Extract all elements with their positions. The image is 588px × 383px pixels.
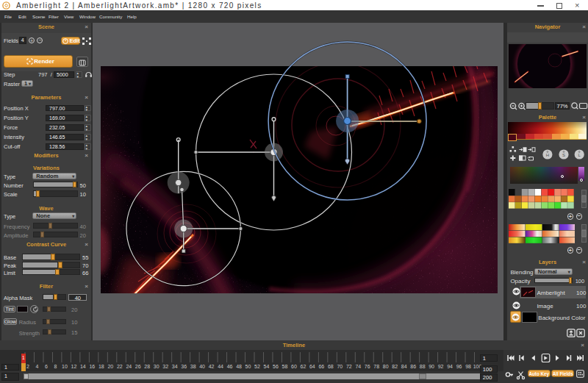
svg-text:34: 34 bbox=[172, 364, 178, 369]
svg-text:46: 46 bbox=[227, 364, 233, 369]
svg-text:98: 98 bbox=[465, 364, 471, 369]
svg-text:64: 64 bbox=[309, 364, 315, 369]
svg-text:54: 54 bbox=[264, 364, 270, 369]
svg-text:42: 42 bbox=[209, 364, 215, 369]
svg-text:76: 76 bbox=[365, 364, 370, 369]
svg-text:10: 10 bbox=[62, 364, 68, 369]
svg-text:50: 50 bbox=[245, 364, 251, 369]
svg-text:22: 22 bbox=[117, 364, 123, 369]
svg-text:86: 86 bbox=[410, 364, 416, 369]
svg-text:12: 12 bbox=[71, 364, 77, 369]
svg-text:32: 32 bbox=[162, 364, 168, 369]
svg-text:72: 72 bbox=[346, 364, 352, 369]
svg-text:20: 20 bbox=[107, 364, 113, 369]
svg-text:14: 14 bbox=[80, 364, 86, 369]
svg-text:88: 88 bbox=[420, 364, 426, 369]
svg-text:66: 66 bbox=[318, 364, 324, 369]
svg-text:4: 4 bbox=[36, 364, 39, 369]
svg-text:28: 28 bbox=[144, 364, 150, 369]
svg-text:38: 38 bbox=[190, 364, 196, 369]
svg-text:40: 40 bbox=[199, 364, 205, 369]
svg-text:H: H bbox=[546, 153, 549, 157]
svg-text:80: 80 bbox=[383, 364, 389, 369]
svg-text:48: 48 bbox=[236, 364, 242, 369]
svg-text:6: 6 bbox=[45, 364, 48, 369]
svg-text:24: 24 bbox=[126, 364, 132, 369]
svg-text:36: 36 bbox=[181, 364, 187, 369]
svg-text:16: 16 bbox=[89, 364, 95, 369]
svg-text:90: 90 bbox=[429, 364, 434, 369]
svg-text:2: 2 bbox=[26, 364, 29, 369]
svg-text:30: 30 bbox=[154, 364, 159, 369]
svg-text:96: 96 bbox=[456, 364, 462, 369]
svg-text:44: 44 bbox=[218, 364, 223, 369]
svg-text:84: 84 bbox=[401, 364, 407, 369]
svg-text:78: 78 bbox=[373, 364, 379, 369]
svg-text:94: 94 bbox=[447, 364, 453, 369]
svg-text:82: 82 bbox=[392, 364, 398, 369]
svg-text:52: 52 bbox=[254, 364, 260, 369]
svg-text:18: 18 bbox=[98, 364, 104, 369]
svg-text:74: 74 bbox=[355, 364, 361, 369]
svg-text:8: 8 bbox=[54, 364, 57, 369]
svg-text:68: 68 bbox=[328, 364, 334, 369]
svg-text:56: 56 bbox=[273, 364, 279, 369]
svg-text:70: 70 bbox=[337, 364, 343, 369]
svg-text:58: 58 bbox=[282, 364, 288, 369]
svg-text:S: S bbox=[562, 153, 565, 157]
svg-text:92: 92 bbox=[438, 364, 444, 369]
svg-text:26: 26 bbox=[135, 364, 141, 369]
svg-text:60: 60 bbox=[291, 364, 297, 369]
svg-text:62: 62 bbox=[301, 364, 306, 369]
